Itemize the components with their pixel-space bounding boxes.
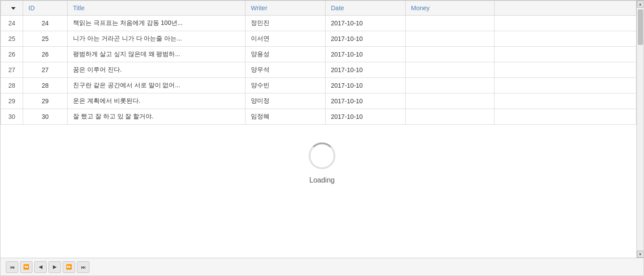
cell-writer: 임정혜 <box>246 109 326 125</box>
cell-id: 25 <box>23 31 68 47</box>
col-header-money[interactable]: Money <box>406 1 495 16</box>
cell-title: 친구란 같은 공간에서 서로 말이 없어... <box>68 78 246 93</box>
cell-date: 2017-10-10 <box>326 31 406 47</box>
cell-title: 잘 했고 잘 하고 있 잘 할거야. <box>68 109 246 125</box>
cell-id: 24 <box>23 16 68 31</box>
table-scroll-area: ID Title Writer Date Money 2424책읽는 극프표는 … <box>0 0 644 258</box>
cell-row-num: 27 <box>1 62 23 78</box>
cell-extra <box>495 16 636 31</box>
cell-row-num: 25 <box>1 31 23 47</box>
prev-page-button[interactable]: ◀ <box>34 261 47 273</box>
last-page-button[interactable]: ⏭ <box>77 261 89 273</box>
col-header-date[interactable]: Date <box>326 1 406 16</box>
sort-icon <box>11 7 16 10</box>
cell-date: 2017-10-10 <box>326 93 406 109</box>
col-header-writer[interactable]: Writer <box>246 1 326 16</box>
cell-title: 평범하게 살고 싶지 않은데 왜 평범하... <box>68 47 246 62</box>
col-header-title[interactable]: Title <box>68 1 246 16</box>
cell-writer: 정민진 <box>246 16 326 31</box>
prev-group-button[interactable]: ⏪ <box>20 261 32 273</box>
cell-money <box>406 31 495 47</box>
cell-money <box>406 62 495 78</box>
cell-extra <box>495 62 636 78</box>
pagination-bar: ⏮ ⏪ ◀ ▶ ⏩ ⏭ <box>0 258 644 276</box>
cell-date: 2017-10-10 <box>326 47 406 62</box>
cell-writer: 양우석 <box>246 62 326 78</box>
cell-id: 30 <box>23 109 68 125</box>
loading-spinner <box>309 142 335 169</box>
cell-row-num: 26 <box>1 47 23 62</box>
table-row[interactable]: 2929운은 계획에서 비롯된다.양미정2017-10-10 <box>1 93 636 109</box>
scrollbar-track[interactable]: ▲ ▼ <box>636 0 644 258</box>
table-header-row: ID Title Writer Date Money <box>1 1 636 16</box>
data-table: ID Title Writer Date Money 2424책읽는 극프표는 … <box>0 0 636 125</box>
next-group-button[interactable]: ⏩ <box>63 261 75 273</box>
table-row[interactable]: 2626평범하게 살고 싶지 않은데 왜 평범하...양용성2017-10-10 <box>1 47 636 62</box>
table-row[interactable]: 2525니가 아는 거라곤 니가 다 아는줄 아는...이서연2017-10-1… <box>1 31 636 47</box>
cell-title: 니가 아는 거라곤 니가 다 아는줄 아는... <box>68 31 246 47</box>
cell-extra <box>495 78 636 93</box>
cell-row-num: 24 <box>1 16 23 31</box>
table-row[interactable]: 2828친구란 같은 공간에서 서로 말이 없어...양수빈2017-10-10 <box>1 78 636 93</box>
cell-row-num: 29 <box>1 93 23 109</box>
cell-date: 2017-10-10 <box>326 109 406 125</box>
cell-extra <box>495 93 636 109</box>
cell-row-num: 30 <box>1 109 23 125</box>
table-row[interactable]: 2727꿈은 이루어 진다.양우석2017-10-10 <box>1 62 636 78</box>
col-header-extra <box>495 1 636 16</box>
cell-date: 2017-10-10 <box>326 78 406 93</box>
table-row[interactable]: 2424책읽는 극프표는 처음에게 감동 100년...정민진2017-10-1… <box>1 16 636 31</box>
cell-writer: 양용성 <box>246 47 326 62</box>
cell-extra <box>495 109 636 125</box>
next-page-button[interactable]: ▶ <box>48 261 61 273</box>
cell-id: 26 <box>23 47 68 62</box>
cell-extra <box>495 47 636 62</box>
cell-id: 27 <box>23 62 68 78</box>
cell-date: 2017-10-10 <box>326 62 406 78</box>
cell-title: 운은 계획에서 비롯된다. <box>68 93 246 109</box>
cell-id: 28 <box>23 78 68 93</box>
cell-writer: 양수빈 <box>246 78 326 93</box>
cell-money <box>406 93 495 109</box>
cell-writer: 이서연 <box>246 31 326 47</box>
cell-date: 2017-10-10 <box>326 16 406 31</box>
first-page-button[interactable]: ⏮ <box>6 261 18 273</box>
cell-title: 꿈은 이루어 진다. <box>68 62 246 78</box>
table-container: ID Title Writer Date Money 2424책읽는 극프표는 … <box>0 0 644 276</box>
cell-writer: 양미정 <box>246 93 326 109</box>
scroll-down-arrow[interactable]: ▼ <box>637 251 644 258</box>
col-header-id[interactable]: ID <box>23 1 68 16</box>
cell-id: 29 <box>23 93 68 109</box>
cell-money <box>406 47 495 62</box>
col-header-sort[interactable] <box>1 1 23 16</box>
loading-text: Loading <box>310 176 335 184</box>
cell-money <box>406 16 495 31</box>
table-row[interactable]: 3030잘 했고 잘 하고 있 잘 할거야.임정혜2017-10-10 <box>1 109 636 125</box>
cell-extra <box>495 31 636 47</box>
loading-area: Loading <box>0 125 644 211</box>
cell-money <box>406 109 495 125</box>
cell-money <box>406 78 495 93</box>
cell-title: 책읽는 극프표는 처음에게 감동 100년... <box>68 16 246 31</box>
scrollbar-thumb[interactable] <box>638 9 643 45</box>
scroll-up-arrow[interactable]: ▲ <box>637 0 644 8</box>
cell-row-num: 28 <box>1 78 23 93</box>
